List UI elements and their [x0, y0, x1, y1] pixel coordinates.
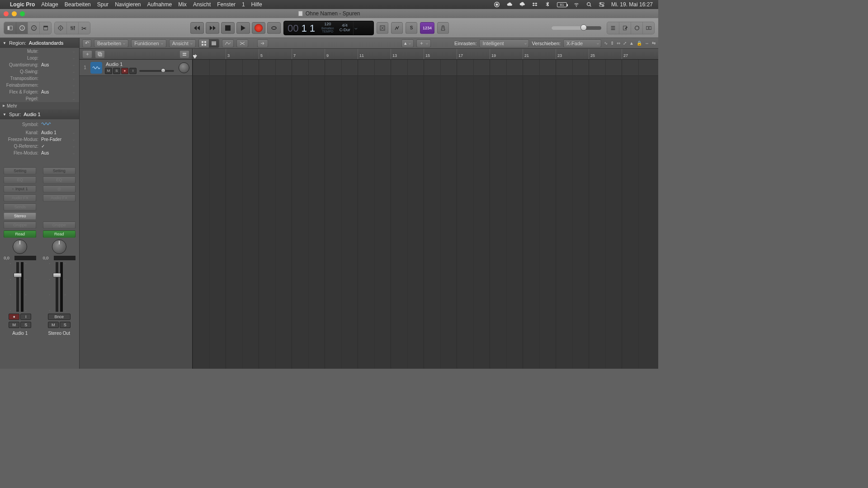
record-enable-button[interactable]: ●: [9, 314, 19, 320]
inspector-row[interactable]: Q-Referenz:✓⌵: [0, 143, 79, 150]
toolbar-button[interactable]: [39, 22, 51, 34]
smart-controls-button[interactable]: [55, 22, 66, 34]
menu-fenster[interactable]: Fenster: [217, 1, 236, 8]
battery-indicator[interactable]: 81: [557, 2, 567, 7]
inspector-row[interactable]: Symbol:: [0, 119, 79, 129]
input-monitor-button[interactable]: I: [20, 314, 31, 320]
stop-button[interactable]: [221, 22, 235, 34]
mixer-toggle-button[interactable]: [66, 22, 78, 34]
zoom-tool-icon[interactable]: ⤢: [623, 41, 627, 46]
inspector-row[interactable]: Q-Swing:⌵: [0, 68, 79, 75]
mute-button[interactable]: M: [48, 322, 59, 328]
functions-menu[interactable]: Funktionen⌵: [131, 39, 166, 47]
global-tracks-button[interactable]: [179, 50, 189, 58]
app-name[interactable]: Logic Pro: [10, 1, 35, 8]
snap-select[interactable]: Intelligent⌵: [479, 39, 529, 47]
group-slot[interactable]: Gruppe: [43, 221, 75, 229]
secondary-tool[interactable]: ＋⌵: [416, 39, 431, 47]
replace-mode-button[interactable]: [377, 22, 388, 34]
metronome-button[interactable]: [437, 22, 449, 34]
track-record-button[interactable]: ●: [121, 68, 128, 74]
ruler[interactable]: 13579111315171921232527: [193, 49, 658, 60]
inspector-track-header[interactable]: ▼ Spur: Audio 1: [0, 109, 79, 119]
setting-slot[interactable]: Setting: [43, 167, 75, 174]
view-menu[interactable]: Ansicht⌵: [169, 39, 196, 47]
horizontal-auto-zoom-icon[interactable]: ⇔: [617, 41, 620, 46]
waveform-zoom-icon[interactable]: ∿: [604, 41, 608, 46]
automation-slot[interactable]: Read: [4, 230, 36, 238]
inspector-row[interactable]: Pegel:⌵: [0, 95, 79, 102]
eq-slot[interactable]: EQ: [43, 176, 75, 183]
setting-slot[interactable]: Setting: [4, 167, 36, 174]
stereo-slot[interactable]: ◎: [43, 185, 75, 192]
back-button[interactable]: ↶: [82, 39, 91, 47]
dropbox-icon[interactable]: [532, 1, 538, 8]
fader-value[interactable]: 0,0: [4, 256, 14, 260]
inspector-more-row[interactable]: ▶Mehr: [0, 102, 79, 109]
bluetooth-icon[interactable]: [544, 1, 551, 8]
pan-knob[interactable]: [52, 239, 66, 254]
inspector-region-header[interactable]: ▼ Region: Audiostandards: [0, 38, 79, 48]
vertical-auto-zoom-icon[interactable]: ⇕: [610, 41, 614, 46]
download-cloud-icon[interactable]: [519, 1, 525, 8]
window-minimize-button[interactable]: [12, 11, 17, 16]
automation-slot[interactable]: Read: [43, 230, 75, 238]
grid-view-button[interactable]: [199, 39, 209, 47]
add-track-button[interactable]: ＋: [82, 50, 92, 58]
audiofx-slot[interactable]: Audio FX: [4, 194, 36, 202]
track-type-icon[interactable]: [90, 62, 102, 74]
lcd-dropdown[interactable]: ⌵: [353, 21, 359, 35]
marker-icon[interactable]: ▲: [629, 41, 634, 46]
inspector-row[interactable]: Flex & Folgen:Aus⌵: [0, 89, 79, 95]
rewind-button[interactable]: [190, 22, 204, 34]
notepad-button[interactable]: [619, 22, 631, 34]
inspector-toggle-button[interactable]: i: [16, 22, 28, 34]
quick-help-button[interactable]: ?: [28, 22, 39, 34]
control-center-icon[interactable]: [599, 1, 605, 8]
cycle-button[interactable]: [267, 22, 281, 34]
bounce-button[interactable]: Bnce: [48, 314, 71, 320]
inspector-row[interactable]: Flex-Modus:Aus⌵: [0, 150, 79, 156]
spotlight-icon[interactable]: [586, 1, 592, 8]
window-zoom-button[interactable]: [20, 11, 25, 16]
fader[interactable]: ---- ----: [4, 262, 36, 312]
disclosure-triangle-icon[interactable]: ▼: [3, 41, 6, 45]
input-slot[interactable]: ◦Input 1: [4, 185, 36, 192]
inspector-row[interactable]: Loop:⌵: [0, 55, 79, 61]
inspector-row[interactable]: Freeze-Modus:Pre-Fader⌵: [0, 136, 79, 143]
clock[interactable]: Mi. 19. Mai 16:27: [611, 1, 653, 8]
track-mute-button[interactable]: M: [105, 68, 112, 74]
lcd-tempo[interactable]: 120: [324, 22, 331, 27]
count-in-button[interactable]: 1234: [420, 22, 434, 34]
inspector-row[interactable]: Kanal:Audio 1⌵: [0, 129, 79, 136]
mute-button[interactable]: M: [9, 322, 19, 328]
menu-ansicht[interactable]: Ansicht: [193, 1, 211, 8]
track-pan-knob[interactable]: [179, 62, 189, 73]
media-browser-button[interactable]: [642, 22, 654, 34]
solo-safe-button[interactable]: S: [406, 22, 417, 34]
scissors-button[interactable]: ✂: [78, 22, 90, 34]
forward-button[interactable]: [206, 22, 219, 34]
disclosure-triangle-icon[interactable]: ▼: [3, 113, 6, 117]
fader[interactable]: ---- ----: [43, 262, 75, 312]
inspector-row[interactable]: Quantisierung:Aus⌵: [0, 61, 79, 68]
track-volume-slider[interactable]: [139, 70, 174, 72]
record-button[interactable]: [252, 22, 265, 34]
track-input-button[interactable]: I: [129, 68, 137, 74]
edit-menu[interactable]: Bearbeiten⌵: [94, 39, 128, 47]
list-editors-button[interactable]: [607, 22, 619, 34]
icloud-icon[interactable]: [506, 1, 513, 8]
automation-button[interactable]: [222, 39, 234, 47]
menu-bearbeiten[interactable]: Bearbeiten: [65, 1, 91, 8]
horizontal-zoom-slider[interactable]: [552, 26, 601, 30]
drag-select[interactable]: X-Fade⌵: [563, 39, 601, 47]
list-view-button[interactable]: [209, 39, 219, 47]
lcd-display[interactable]: 00 1 1 120 Behalten TEMPO 4/4 C-Dur ⌵: [283, 21, 374, 35]
catch-button[interactable]: [257, 39, 268, 47]
menu-ablage[interactable]: Ablage: [41, 1, 58, 8]
solo-button[interactable]: S: [20, 322, 31, 328]
sends-slot[interactable]: Sends: [4, 203, 36, 211]
menu-navigieren[interactable]: Navigieren: [115, 1, 141, 8]
track-solo-button[interactable]: S: [113, 68, 120, 74]
lcd-key[interactable]: C-Dur: [340, 28, 350, 33]
